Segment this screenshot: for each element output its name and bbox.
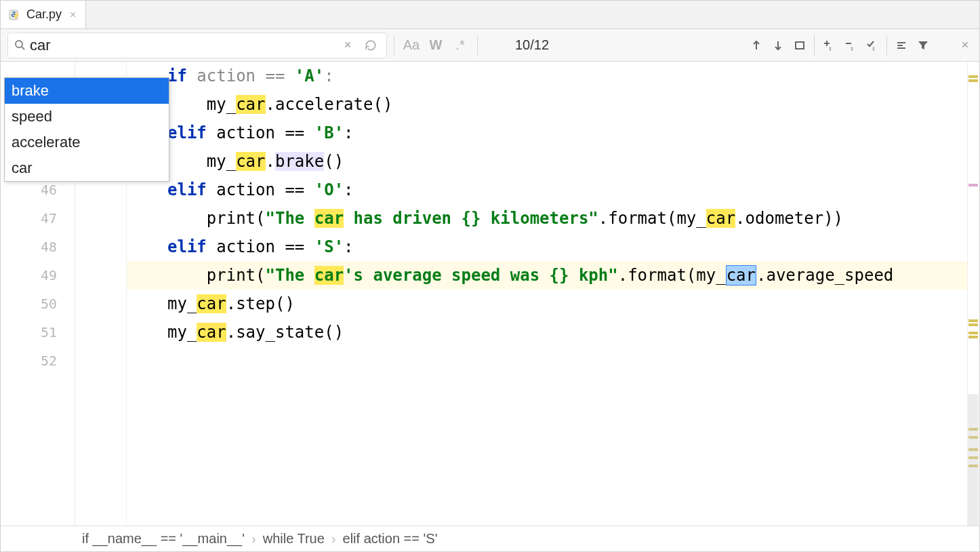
result-count: 10/12 (485, 37, 579, 53)
select-all-occurrences-icon[interactable]: Ⅱ (862, 35, 882, 56)
code-line[interactable]: print("The car's average speed was {} kp… (127, 261, 967, 290)
clear-search-icon[interactable]: × (338, 35, 358, 56)
marker[interactable] (968, 319, 978, 322)
search-icon[interactable] (14, 39, 27, 52)
filter-icon[interactable] (913, 35, 933, 56)
marker[interactable] (968, 332, 978, 334)
line-number: 48 (1, 233, 75, 261)
close-find-icon[interactable]: × (955, 35, 975, 56)
crumb[interactable]: if __name__ == '__main__' (82, 531, 245, 547)
show-options-icon[interactable] (891, 35, 912, 56)
svg-text:Ⅱ: Ⅱ (851, 46, 853, 52)
next-match-icon[interactable] (768, 35, 788, 56)
divider (814, 35, 815, 56)
code-line[interactable]: elif action == 'B': (127, 119, 967, 147)
line-number: 50 (1, 290, 75, 318)
match-case-toggle[interactable]: Aa (401, 35, 422, 56)
breadcrumb: if __name__ == '__main__' › while True ›… (1, 526, 979, 551)
tab-bar: Car.py × (1, 1, 979, 29)
line-number: 47 (1, 204, 75, 233)
prev-match-icon[interactable] (746, 35, 767, 56)
suggestion-item[interactable]: speed (5, 104, 169, 130)
chevron-right-icon: › (331, 531, 336, 547)
file-tab[interactable]: Car.py × (1, 1, 86, 28)
marker[interactable] (968, 184, 978, 186)
marker[interactable] (968, 79, 978, 82)
svg-line-2 (22, 47, 24, 50)
find-toolbar: × Aa W .* 10/12 Ⅱ Ⅱ Ⅱ × (1, 29, 979, 62)
code-line[interactable]: my_car.accelerate() (127, 90, 967, 119)
search-suggestions: brake speed accelerate car (4, 77, 169, 182)
code-line[interactable]: print("The car has driven {} kilometers"… (127, 204, 967, 233)
python-file-icon (9, 9, 21, 21)
whole-word-toggle[interactable]: W (426, 35, 446, 56)
marker-strip[interactable] (967, 62, 979, 526)
line-number: 52 (1, 347, 75, 375)
code-line[interactable]: if action == 'A': (127, 62, 967, 90)
close-tab-icon[interactable]: × (67, 9, 79, 21)
svg-text:Ⅱ: Ⅱ (829, 46, 832, 52)
search-field-container: × (7, 33, 387, 58)
crumb[interactable]: while True (263, 531, 325, 547)
code-line[interactable]: elif action == 'S': (127, 233, 967, 261)
chevron-right-icon: › (251, 531, 256, 547)
select-all-icon[interactable] (790, 35, 810, 56)
marker[interactable] (968, 336, 978, 338)
tab-filename: Car.py (26, 7, 62, 22)
search-input[interactable] (30, 37, 335, 54)
crumb[interactable]: elif action == 'S' (343, 531, 438, 547)
code-line[interactable]: my_car.brake() (127, 147, 967, 176)
divider (477, 35, 478, 56)
divider (394, 35, 394, 56)
svg-text:Ⅱ: Ⅱ (872, 46, 875, 52)
regex-toggle[interactable]: .* (450, 35, 470, 56)
suggestion-item[interactable]: car (5, 155, 169, 181)
add-selection-icon[interactable]: Ⅱ (819, 35, 839, 56)
line-number: 51 (1, 318, 75, 347)
code-line[interactable]: elif action == 'O': (127, 176, 967, 204)
marker[interactable] (968, 323, 978, 326)
code-line[interactable]: my_car.say_state() (127, 318, 967, 347)
code-area[interactable]: if action == 'A': my_car.accelerate() el… (127, 62, 967, 526)
suggestion-item[interactable]: accelerate (5, 130, 169, 155)
line-number: 49 (1, 261, 75, 290)
remove-selection-icon[interactable]: Ⅱ (840, 35, 861, 56)
svg-point-1 (16, 41, 22, 47)
code-line[interactable] (127, 347, 967, 375)
svg-rect-3 (796, 42, 804, 49)
code-line[interactable]: my_car.step() (127, 290, 967, 318)
history-icon[interactable] (361, 35, 381, 56)
marker[interactable] (968, 75, 978, 78)
divider (886, 35, 887, 56)
suggestion-item[interactable]: brake (5, 78, 169, 104)
scrollbar-thumb[interactable] (968, 394, 979, 526)
